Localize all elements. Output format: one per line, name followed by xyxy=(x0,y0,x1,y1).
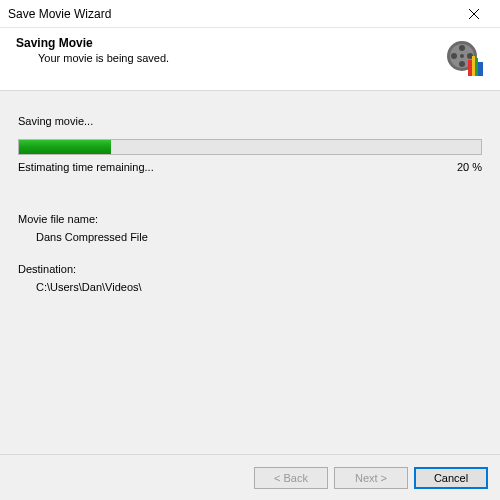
svg-point-6 xyxy=(459,61,465,67)
destination-value: C:\Users\Dan\Videos\ xyxy=(36,281,482,293)
save-movie-wizard-window: Save Movie Wizard Saving Movie Your movi… xyxy=(0,0,500,500)
progress-text-row: Estimating time remaining... 20 % xyxy=(18,161,482,173)
percent-label: 20 % xyxy=(457,161,482,173)
window-title: Save Movie Wizard xyxy=(8,7,454,21)
wizard-header: Saving Movie Your movie is being saved. xyxy=(0,28,500,91)
wizard-header-text: Saving Movie Your movie is being saved. xyxy=(16,36,436,64)
saving-status-label: Saving movie... xyxy=(18,115,482,127)
titlebar: Save Movie Wizard xyxy=(0,0,500,28)
file-name-value: Dans Compressed File xyxy=(36,231,482,243)
wizard-step-subtitle: Your movie is being saved. xyxy=(38,52,436,64)
svg-rect-11 xyxy=(478,62,483,76)
wizard-footer: < Back Next > Cancel xyxy=(0,454,500,500)
svg-point-7 xyxy=(451,53,457,59)
svg-rect-12 xyxy=(472,56,475,76)
progress-bar xyxy=(18,139,482,155)
wizard-body: Saving movie... Estimating time remainin… xyxy=(0,91,500,454)
wizard-step-title: Saving Movie xyxy=(16,36,436,50)
destination-label: Destination: xyxy=(18,263,482,275)
eta-label: Estimating time remaining... xyxy=(18,161,154,173)
film-reel-icon xyxy=(444,36,488,80)
progress-bar-fill xyxy=(19,140,111,154)
svg-point-4 xyxy=(459,45,465,51)
close-icon xyxy=(468,8,480,20)
svg-point-8 xyxy=(460,54,464,58)
file-info-block: Movie file name: Dans Compressed File De… xyxy=(18,213,482,293)
back-button: < Back xyxy=(254,467,328,489)
cancel-button[interactable]: Cancel xyxy=(414,467,488,489)
close-button[interactable] xyxy=(454,2,494,26)
next-button: Next > xyxy=(334,467,408,489)
file-name-label: Movie file name: xyxy=(18,213,482,225)
